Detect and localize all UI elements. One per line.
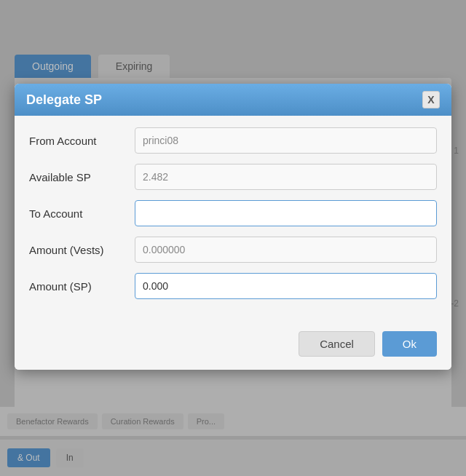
delegate-sp-dialog: Delegate SP X From Account Available SP … — [15, 84, 451, 370]
dialog-close-button[interactable]: X — [422, 91, 440, 108]
to-account-label: To Account — [29, 207, 135, 220]
to-account-input[interactable] — [135, 200, 437, 226]
from-account-row: From Account — [29, 127, 437, 154]
dialog-footer: Cancel Ok — [15, 324, 451, 370]
from-account-input — [135, 127, 437, 154]
amount-vests-row: Amount (Vests) — [29, 237, 437, 263]
dialog-body: From Account Available SP To Account Amo… — [15, 116, 451, 324]
amount-vests-input — [135, 237, 437, 263]
to-account-row: To Account — [29, 200, 437, 226]
cancel-button[interactable]: Cancel — [299, 331, 375, 357]
amount-sp-row: Amount (SP) — [29, 273, 437, 299]
amount-vests-label: Amount (Vests) — [29, 244, 135, 256]
dialog-header: Delegate SP X — [15, 84, 451, 116]
ok-button[interactable]: Ok — [382, 331, 437, 357]
available-sp-label: Available SP — [29, 171, 135, 183]
amount-sp-label: Amount (SP) — [29, 280, 135, 293]
amount-sp-input[interactable] — [135, 273, 437, 299]
from-account-label: From Account — [29, 135, 135, 147]
available-sp-row: Available SP — [29, 164, 437, 190]
available-sp-input — [135, 164, 437, 190]
dialog-title: Delegate SP — [26, 92, 102, 108]
